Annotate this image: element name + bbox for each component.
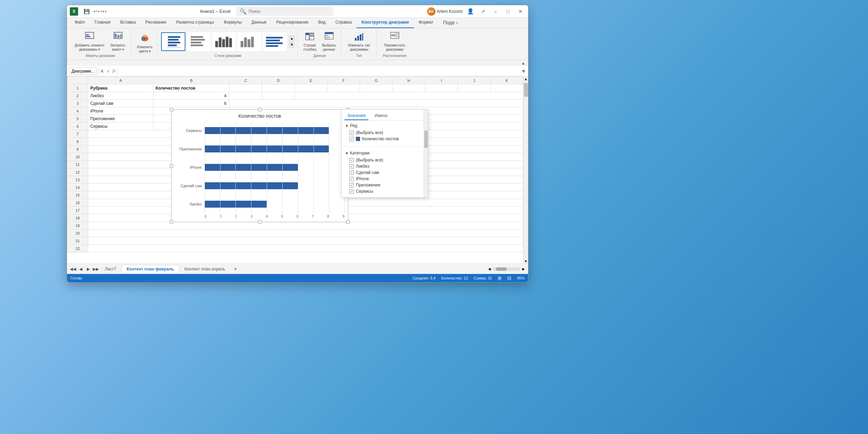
chart-handle-br[interactable] xyxy=(346,220,350,224)
h-scroll-right[interactable]: ▶ xyxy=(521,267,526,272)
col-header-b[interactable]: B xyxy=(153,77,229,84)
cells-row19[interactable] xyxy=(88,222,523,229)
sheet-nav-last[interactable]: ▶▶ xyxy=(92,265,100,273)
sheet-tab-list7[interactable]: Лист7 xyxy=(100,265,122,273)
h-scroll-track[interactable] xyxy=(493,267,520,271)
share-icon[interactable]: ↗ xyxy=(478,7,488,16)
cell-d1[interactable] xyxy=(262,84,295,92)
col-header-c[interactable]: C xyxy=(229,77,262,84)
insert-function-button[interactable]: fx xyxy=(112,68,116,74)
filter-checkbox-prilojeniya[interactable] xyxy=(349,183,354,187)
filter-item-likbez[interactable]: Ликбез xyxy=(345,163,424,169)
cell-a4[interactable]: iPhone xyxy=(88,107,153,115)
col-header-g[interactable]: G xyxy=(360,77,393,84)
cell-b3[interactable]: 6 xyxy=(153,100,229,107)
tab-format[interactable]: Формат xyxy=(414,18,439,28)
tab-file[interactable]: Файл xyxy=(70,18,90,28)
tab-chart-design[interactable]: Конструктор диаграмм xyxy=(357,18,414,28)
chart-handle-bl[interactable] xyxy=(170,220,173,224)
cell-a1[interactable]: Рубрика xyxy=(88,84,153,92)
view-normal-button[interactable]: ⊞ xyxy=(498,275,502,281)
search-box[interactable]: 🔍 xyxy=(236,7,333,16)
cell-g1[interactable] xyxy=(360,84,393,92)
col-header-h[interactable]: H xyxy=(393,77,425,84)
tab-draw[interactable]: Рисование xyxy=(141,18,171,28)
chart-handle-tl[interactable] xyxy=(170,108,173,111)
cell-a6[interactable]: Сервисы xyxy=(88,123,153,130)
cells-row22[interactable] xyxy=(88,245,523,252)
ribbon-collapse-button[interactable]: ▲ xyxy=(67,60,528,66)
vertical-scrollbar[interactable]: ▲ ▼ xyxy=(523,76,528,264)
switch-row-col-button[interactable]: Строка/столбец xyxy=(301,30,318,53)
filter-section-header-cat[interactable]: ▼ Категории xyxy=(345,151,424,156)
save-button[interactable]: 💾 xyxy=(82,7,91,16)
chart-style-5[interactable] xyxy=(262,32,287,51)
tab-home[interactable]: Главная xyxy=(90,18,116,28)
filter-section-header-row[interactable]: ▼ Ряд xyxy=(345,123,424,128)
filter-tab-values[interactable]: Значения xyxy=(344,112,368,120)
chart-style-1[interactable] xyxy=(161,32,185,51)
filter-item-prilojeniya[interactable]: Приложения xyxy=(345,182,424,188)
cell-h1[interactable] xyxy=(393,84,425,92)
cells-row20[interactable] xyxy=(88,229,523,237)
col-header-j[interactable]: J xyxy=(458,77,490,84)
sheet-nav-first[interactable]: ◀◀ xyxy=(69,265,77,273)
scroll-down-arrow[interactable]: ▼ xyxy=(524,259,528,264)
formula-input[interactable] xyxy=(119,68,520,74)
filter-checkbox-kol-postov[interactable] xyxy=(349,137,354,141)
change-colors-button[interactable]: Изменитьцвета ▾ xyxy=(135,32,155,55)
tab-page-layout[interactable]: Разметка страницы xyxy=(171,18,219,28)
cell-c1[interactable] xyxy=(229,84,262,92)
formula-expand-button[interactable]: ▼ xyxy=(521,68,526,74)
tab-data[interactable]: Данные xyxy=(247,18,271,28)
tab-formulas[interactable]: Формулы xyxy=(219,18,247,28)
scroll-up-button[interactable]: ▲ xyxy=(289,36,294,41)
change-chart-type-button[interactable]: Изменить типдиаграммы xyxy=(346,30,372,53)
scroll-down-button[interactable]: ▼ xyxy=(289,42,294,48)
col-header-i[interactable]: I xyxy=(425,77,458,84)
filter-checkbox-select-all-row[interactable] xyxy=(349,131,354,135)
col-header-f[interactable]: F xyxy=(327,77,360,84)
sheet-tab-apr[interactable]: Контент план апрель xyxy=(179,265,230,273)
filter-checkbox-likbez[interactable] xyxy=(349,164,354,169)
confirm-formula-button[interactable]: ✓ xyxy=(106,68,110,74)
search-input[interactable] xyxy=(249,9,318,14)
cell-a3[interactable]: Сделай сам xyxy=(88,100,153,107)
filter-checkbox-iphone[interactable] xyxy=(349,177,354,181)
col-header-d[interactable]: D xyxy=(262,77,295,84)
cancel-formula-button[interactable]: ✕ xyxy=(100,68,104,74)
cell-d2[interactable] xyxy=(262,92,295,100)
filter-checkbox-sdelaj[interactable] xyxy=(349,170,354,175)
maximize-button[interactable]: □ xyxy=(503,7,513,16)
cell-i1[interactable] xyxy=(425,84,458,92)
filter-checkbox-sservisy[interactable] xyxy=(349,189,354,194)
horizontal-scrollbar[interactable]: ◀ ▶ xyxy=(487,267,526,272)
tab-view[interactable]: Вид xyxy=(313,18,331,28)
sheet-nav-next[interactable]: ▶ xyxy=(84,265,92,273)
filter-item-select-all-row[interactable]: (Выбрать все) xyxy=(345,130,424,136)
filter-tab-names[interactable]: Имена xyxy=(372,112,390,120)
sheet-tab-feb[interactable]: Контент план февраль xyxy=(122,265,179,273)
account-icon[interactable]: 👤 xyxy=(466,7,475,16)
cells-row21[interactable] xyxy=(88,237,523,245)
select-data-button[interactable]: Выбратьданные xyxy=(320,30,338,53)
minimize-button[interactable]: – xyxy=(491,7,500,16)
sheet-nav-prev[interactable]: ◀ xyxy=(77,265,84,273)
undo-arrow[interactable]: ▾ xyxy=(98,10,100,13)
cell-f1[interactable] xyxy=(327,84,360,92)
chart-handle-ml[interactable] xyxy=(170,164,173,168)
scroll-track[interactable] xyxy=(524,81,528,259)
cell-b2[interactable]: 4 xyxy=(153,92,229,100)
close-button[interactable]: ✕ xyxy=(516,7,525,16)
filter-panel-scrollbar[interactable] xyxy=(424,110,428,197)
filter-checkbox-select-all-cat[interactable] xyxy=(349,158,354,162)
filter-item-select-all-cat[interactable]: (Выбрать все) xyxy=(345,157,424,163)
add-element-button[interactable]: Добавить элементдиаграммы ▾ xyxy=(73,30,107,53)
cell-j1[interactable] xyxy=(458,84,490,92)
col-header-k[interactable]: K xyxy=(490,77,523,84)
cell-a2[interactable]: Ликбез xyxy=(88,92,153,100)
scroll-up-arrow[interactable]: ▲ xyxy=(524,76,528,81)
filter-item-sdelaj[interactable]: Сделай сам xyxy=(345,169,424,176)
add-sheet-button[interactable]: + xyxy=(232,265,239,273)
cell-e2-k2[interactable] xyxy=(295,92,523,100)
